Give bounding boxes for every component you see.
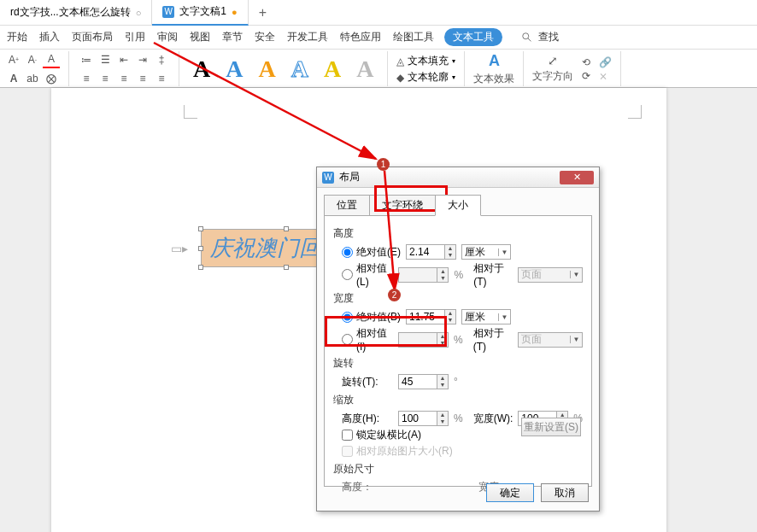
menu-texttools[interactable]: 文本工具	[444, 28, 502, 46]
width-unit-select[interactable]: 厘米▼	[461, 309, 511, 324]
menu-special[interactable]: 特色应用	[338, 30, 383, 44]
resize-handle[interactable]	[198, 246, 203, 251]
resize-handle[interactable]	[198, 226, 203, 231]
tab-size[interactable]: 大小	[435, 195, 481, 216]
spin-up-icon[interactable]: ▲	[437, 375, 448, 382]
resize-handle[interactable]	[198, 265, 203, 270]
close-button[interactable]: ✕	[560, 171, 594, 184]
scale-h-input[interactable]	[398, 411, 437, 426]
menu-layout[interactable]: 页面布局	[70, 30, 114, 44]
text-effect-button[interactable]: A 文本效果	[473, 52, 514, 86]
orig-h-label: 高度：	[342, 480, 393, 494]
spin-up-icon[interactable]: ▲	[437, 268, 448, 275]
width-abs-radio[interactable]: 绝对值(B)	[342, 310, 401, 324]
radio[interactable]	[342, 334, 353, 345]
align-dist-icon[interactable]: ≡	[153, 70, 170, 87]
radio[interactable]	[342, 312, 353, 323]
height-unit-select[interactable]: 厘米▼	[461, 244, 511, 260]
unlink-icon[interactable]: ⨯	[599, 70, 612, 82]
height-rel-spinbox[interactable]: ▲▼	[398, 267, 449, 283]
style-a-gray[interactable]: A	[351, 56, 378, 83]
height-rel-input	[398, 267, 437, 283]
menu-insert[interactable]: 插入	[38, 30, 62, 44]
spin-up-icon[interactable]: ▲	[437, 333, 448, 340]
indent-inc-icon[interactable]: ⇥	[134, 51, 151, 68]
ok-button[interactable]: 确定	[486, 483, 534, 502]
list-number-icon[interactable]: ☰	[97, 51, 114, 68]
resize-handle[interactable]	[284, 226, 289, 231]
style-a-outline[interactable]: A	[286, 56, 314, 83]
menu-drawtools[interactable]: 绘图工具	[391, 30, 436, 44]
style-a-orange[interactable]: A	[253, 56, 280, 83]
menu-view[interactable]: 视图	[188, 30, 212, 44]
text-direction-button[interactable]: ⤢ 文字方向	[532, 54, 573, 84]
align-right-icon[interactable]: ≡	[115, 70, 132, 87]
menu-devtools[interactable]: 开发工具	[285, 30, 330, 44]
menu-chapter[interactable]: 章节	[220, 30, 244, 44]
spin-down-icon[interactable]: ▼	[445, 317, 455, 324]
spin-down-icon[interactable]: ▼	[437, 382, 448, 389]
dialog-titlebar[interactable]: W 布局 ✕	[317, 167, 599, 188]
spin-up-icon[interactable]: ▲	[445, 310, 455, 317]
radio[interactable]	[342, 247, 353, 258]
bold-icon[interactable]: A	[5, 70, 22, 87]
new-tab-button[interactable]: +	[249, 5, 277, 20]
style-a-blue[interactable]: A	[220, 56, 248, 83]
tab-wrap[interactable]: 文字环绕	[369, 195, 436, 216]
tab-position[interactable]: 位置	[324, 195, 370, 216]
width-abs-spinbox[interactable]: ▲▼	[406, 309, 456, 324]
spin-down-icon[interactable]: ▼	[437, 340, 448, 347]
menu-safe[interactable]: 安全	[253, 30, 277, 44]
align-left-icon[interactable]: ≡	[78, 70, 95, 87]
indent-dec-icon[interactable]: ⇤	[115, 51, 132, 68]
width-rel-radio[interactable]: 相对值(I)	[342, 326, 393, 353]
doc-tab-1[interactable]: rd文字技...文本框怎么旋转 ○	[0, 0, 152, 26]
radio[interactable]	[342, 269, 353, 280]
align-center-icon[interactable]: ≡	[97, 70, 114, 87]
width-relto-select[interactable]: 页面▼	[518, 332, 583, 348]
rotate-right-icon[interactable]: ⟳	[582, 70, 590, 82]
modified-icon: ●	[232, 7, 238, 17]
highlight-icon[interactable]: ab	[24, 70, 41, 87]
menu-reference[interactable]: 引用	[123, 30, 147, 44]
height-abs-radio[interactable]: 绝对值(E)	[342, 245, 401, 260]
menu-start[interactable]: 开始	[5, 30, 29, 44]
width-abs-input[interactable]	[406, 309, 445, 324]
reset-button[interactable]: 重新设置(S)	[521, 418, 581, 436]
spin-down-icon[interactable]: ▼	[445, 252, 455, 259]
cancel-button[interactable]: 取消	[541, 483, 589, 502]
lock-aspect-checkbox[interactable]: 锁定纵横比(A)	[342, 428, 421, 442]
ribbon-direction-group: ⤢ 文字方向 ⟲ ⟳ 🔗 ⨯	[532, 51, 621, 86]
scale-h-spinbox[interactable]: ▲▼	[398, 411, 449, 426]
list-bullet-icon[interactable]: ≔	[78, 51, 95, 68]
style-a-gold[interactable]: A	[319, 56, 346, 83]
height-abs-spinbox[interactable]: ▲▼	[406, 244, 456, 260]
text-outline-button[interactable]: ◆文本轮廓▾	[396, 70, 455, 85]
linespace-icon[interactable]: ‡	[153, 51, 170, 68]
rotate-spinbox[interactable]: ▲▼	[398, 374, 449, 389]
width-rel-spinbox[interactable]: ▲▼	[398, 332, 449, 348]
text-fill-button[interactable]: ◬文本填充▾	[396, 54, 455, 68]
search-button[interactable]: 查找	[519, 30, 562, 44]
resize-handle[interactable]	[284, 265, 289, 270]
align-justify-icon[interactable]: ≡	[134, 70, 151, 87]
font-shrink-icon[interactable]: A-	[24, 51, 41, 68]
font-color-icon[interactable]: A	[43, 51, 60, 68]
height-rel-radio[interactable]: 相对值(L)	[342, 261, 393, 288]
checkbox[interactable]	[342, 430, 353, 441]
menu-review[interactable]: 审阅	[156, 30, 179, 44]
height-relto-select[interactable]: 页面▼	[518, 267, 583, 283]
height-abs-input[interactable]	[406, 244, 445, 260]
rotate-input[interactable]	[398, 374, 437, 389]
spin-up-icon[interactable]: ▲	[437, 412, 448, 418]
rotate-left-icon[interactable]: ⟲	[582, 56, 590, 68]
spin-down-icon[interactable]: ▼	[437, 275, 448, 282]
doc-tab-2[interactable]: W 文字文稿1 ●	[152, 0, 248, 26]
style-a-black[interactable]: A	[188, 56, 215, 83]
spin-up-icon[interactable]: ▲	[445, 245, 455, 252]
clear-format-icon[interactable]: ⨂	[43, 70, 60, 87]
spin-down-icon[interactable]: ▼	[437, 418, 448, 425]
close-icon[interactable]: ○	[136, 8, 142, 18]
link-icon[interactable]: 🔗	[599, 56, 612, 68]
font-grow-icon[interactable]: A+	[5, 51, 22, 68]
